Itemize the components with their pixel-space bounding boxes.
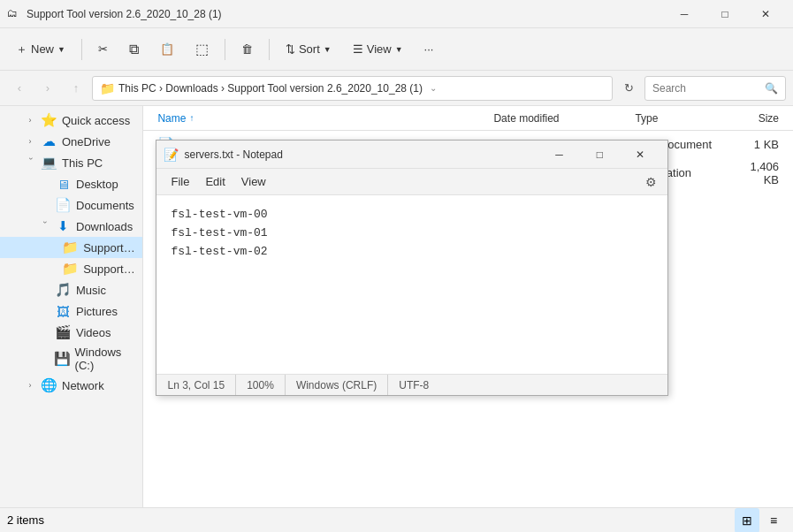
desktop-icon: 🖥 bbox=[55, 177, 71, 192]
search-input[interactable] bbox=[652, 82, 761, 95]
notepad-edit-menu[interactable]: Edit bbox=[198, 171, 232, 192]
app-icon: 🗂 bbox=[7, 7, 21, 21]
window-title: Support Tool version 2.6_2020_10_28 (1) bbox=[27, 8, 222, 20]
path-text: This PC › Downloads › Support Tool versi… bbox=[118, 82, 423, 95]
column-date[interactable]: Date modified bbox=[486, 112, 628, 125]
separator-2 bbox=[225, 39, 225, 60]
sidebar-label: Windows (C:) bbox=[75, 346, 136, 372]
file-list-header: Name ↑ Date modified Type Size bbox=[143, 106, 793, 131]
up-button[interactable]: ↑ bbox=[64, 76, 88, 101]
sidebar-item-onedrive[interactable]: › ☁ OneDrive bbox=[0, 131, 142, 152]
sidebar-item-support-tool-2[interactable]: 📁 Support Tool version 2.6_202 bbox=[0, 258, 142, 279]
notepad-line-2: fsl-test-vm-01 bbox=[171, 224, 653, 243]
sidebar-label: Support Tool version 2.6_202 bbox=[83, 262, 135, 276]
view-dropdown-icon: ▼ bbox=[395, 45, 403, 54]
sidebar-item-network[interactable]: › 🌐 Network bbox=[0, 375, 142, 396]
separator-3 bbox=[269, 39, 270, 60]
sidebar-item-this-pc[interactable]: › 💻 This PC bbox=[0, 152, 142, 173]
notepad-window: 📝 servers.txt - Notepad ─ □ ✕ File Edit … bbox=[156, 140, 668, 396]
sort-button[interactable]: ⇅ Sort ▼ bbox=[277, 34, 340, 65]
content-area: Name ↑ Date modified Type Size 📄 servers… bbox=[143, 106, 793, 507]
notepad-minimize-button[interactable]: ─ bbox=[538, 141, 579, 169]
expand-icon bbox=[39, 353, 49, 364]
star-icon: ⭐ bbox=[41, 112, 57, 128]
items-count: 2 items bbox=[7, 513, 44, 527]
folder-icon: 📁 bbox=[62, 239, 78, 255]
expand-icon: › bbox=[25, 115, 35, 125]
window-controls: ─ □ ✕ bbox=[664, 0, 786, 28]
cut-button[interactable]: ✂ bbox=[89, 34, 117, 65]
notepad-line-1: fsl-test-vm-00 bbox=[171, 206, 653, 224]
forward-button[interactable]: › bbox=[35, 76, 60, 101]
sidebar-item-pictures[interactable]: 🖼 Pictures bbox=[0, 300, 142, 322]
new-dropdown-icon: ▼ bbox=[57, 45, 65, 54]
delete-icon: 🗑 bbox=[241, 42, 253, 56]
back-button[interactable]: ‹ bbox=[7, 76, 32, 101]
pc-icon: 💻 bbox=[41, 155, 57, 171]
move-button[interactable]: ⬚ bbox=[187, 34, 217, 65]
folder-icon: 📁 bbox=[62, 261, 78, 277]
main-layout: › ⭐ Quick access › ☁ OneDrive › 💻 This P… bbox=[0, 106, 793, 507]
notepad-file-menu[interactable]: File bbox=[164, 171, 196, 192]
list-view-button[interactable]: ≡ bbox=[761, 508, 786, 533]
path-folder-icon: 📁 bbox=[100, 81, 115, 95]
notepad-icon: 📝 bbox=[164, 148, 179, 162]
sidebar-label: Videos bbox=[76, 326, 111, 339]
sidebar-item-windows-c[interactable]: 💾 Windows (C:) bbox=[0, 343, 142, 375]
notepad-maximize-button[interactable]: □ bbox=[579, 141, 620, 169]
column-name[interactable]: Name ↑ bbox=[150, 112, 486, 125]
notepad-title: servers.txt - Notepad bbox=[184, 148, 282, 161]
expand-icon: › bbox=[25, 136, 35, 147]
column-type[interactable]: Type bbox=[628, 112, 743, 125]
sidebar-item-downloads[interactable]: › ⬇ Downloads bbox=[0, 216, 142, 237]
sidebar-label: Network bbox=[62, 379, 104, 392]
notepad-text-area[interactable]: fsl-test-vm-00 fsl-test-vm-01 fsl-test-v… bbox=[156, 195, 667, 374]
notepad-view-menu[interactable]: View bbox=[234, 171, 273, 192]
new-icon: ＋ bbox=[16, 42, 27, 57]
download-icon: ⬇ bbox=[55, 218, 71, 234]
more-button[interactable]: ··· bbox=[416, 34, 443, 65]
documents-icon: 📄 bbox=[55, 197, 71, 213]
sidebar-item-documents[interactable]: 📄 Documents bbox=[0, 194, 142, 216]
search-box[interactable]: 🔍 bbox=[644, 76, 786, 101]
expand-icon: › bbox=[39, 221, 50, 232]
notepad-menu: File Edit View ⚙ bbox=[156, 169, 667, 195]
view-icon: ☰ bbox=[353, 42, 363, 56]
paste-icon: 📋 bbox=[160, 42, 174, 56]
view-button[interactable]: ☰ View ▼ bbox=[344, 34, 412, 65]
address-path[interactable]: 📁 This PC › Downloads › Support Tool ver… bbox=[92, 76, 613, 101]
minimize-button[interactable]: ─ bbox=[664, 0, 705, 28]
sidebar-label: Pictures bbox=[76, 305, 118, 318]
sidebar-item-videos[interactable]: 🎬 Videos bbox=[0, 322, 142, 343]
column-size[interactable]: Size bbox=[743, 112, 786, 125]
file-size: 1 KB bbox=[743, 138, 786, 151]
path-dropdown-icon: ⌄ bbox=[430, 83, 437, 93]
sidebar-label: Music bbox=[76, 284, 106, 297]
copy-icon: ⧉ bbox=[129, 42, 139, 57]
sidebar-item-music[interactable]: 🎵 Music bbox=[0, 279, 142, 300]
sidebar-label: Support Tool version 2.6_202 bbox=[83, 241, 135, 255]
notepad-close-button[interactable]: ✕ bbox=[620, 141, 660, 169]
grid-view-button[interactable]: ⊞ bbox=[735, 508, 759, 533]
sidebar-item-quick-access[interactable]: › ⭐ Quick access bbox=[0, 110, 142, 131]
move-icon: ⬚ bbox=[195, 41, 209, 57]
paste-button[interactable]: 📋 bbox=[151, 34, 183, 65]
onedrive-icon: ☁ bbox=[41, 133, 57, 149]
sidebar-item-support-tool-1[interactable]: 📁 Support Tool version 2.6_202 bbox=[0, 237, 142, 258]
copy-button[interactable]: ⧉ bbox=[120, 34, 148, 65]
notepad-window-controls: ─ □ ✕ bbox=[538, 141, 660, 169]
new-button[interactable]: ＋ New ▼ bbox=[7, 34, 74, 65]
music-icon: 🎵 bbox=[55, 282, 71, 298]
expand-icon bbox=[39, 200, 50, 210]
delete-button[interactable]: 🗑 bbox=[233, 34, 262, 65]
cut-icon: ✂ bbox=[98, 42, 108, 56]
refresh-button[interactable]: ↻ bbox=[616, 76, 641, 101]
sidebar-item-desktop[interactable]: 🖥 Desktop bbox=[0, 173, 142, 194]
sort-icon: ⇅ bbox=[286, 42, 295, 56]
sidebar-label: Downloads bbox=[76, 220, 133, 233]
search-icon: 🔍 bbox=[765, 82, 778, 95]
close-button[interactable]: ✕ bbox=[745, 0, 786, 28]
maximize-button[interactable]: □ bbox=[705, 0, 745, 28]
notepad-settings-icon[interactable]: ⚙ bbox=[642, 171, 660, 193]
network-icon: 🌐 bbox=[41, 377, 57, 393]
